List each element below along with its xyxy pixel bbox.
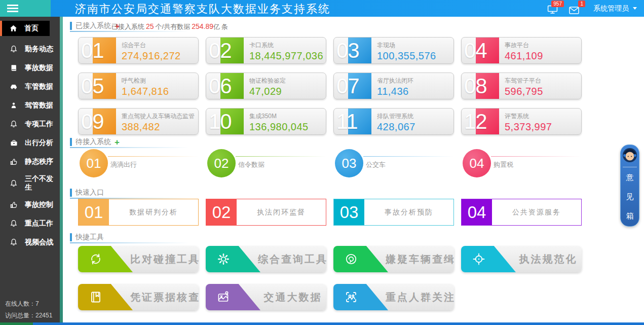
quick-entry[interactable]: 03 事故分析预防: [333, 199, 454, 226]
add-icon[interactable]: +: [115, 138, 120, 147]
tool-label: 综合查询工具: [262, 246, 323, 272]
card-value: 100,355,576: [377, 50, 451, 62]
sidebar-item-label: 首页: [24, 24, 50, 33]
quick-entry-label: 事故分析预防: [364, 199, 453, 225]
app-title: 济南市公安局交通警察支队大数据业务支持系统: [75, 2, 330, 17]
bell-icon: [9, 45, 18, 53]
system-card[interactable]: 12 评警系统 5,373,997: [461, 108, 582, 135]
sidebar-item-accident-data[interactable]: 事故数据: [0, 58, 60, 77]
feedback-box[interactable]: 意 见 箱: [620, 145, 639, 227]
card-number: 06: [209, 74, 232, 98]
bell-icon: [9, 219, 18, 228]
system-card[interactable]: 06 物证检验鉴定 47,029: [206, 73, 326, 99]
pending-system[interactable]: 01 滴滴出行: [80, 149, 200, 177]
tool-button-voucher-check[interactable]: 凭证票据核查: [78, 284, 199, 310]
card-name: 重点驾驶人及车辆动态监管: [122, 112, 196, 121]
sidebar-item-special-work[interactable]: 专项工作: [0, 115, 60, 133]
sidebar-item-key-work[interactable]: 重点工作: [0, 214, 60, 233]
card-value: 11,436: [377, 86, 451, 97]
sidebar-item-driver-data[interactable]: 驾管数据: [0, 96, 60, 115]
pending-systems-grid: 01 滴滴出行 02 信令数据 03 公交车 04 购置税: [80, 149, 583, 177]
quick-entry-label: 执法闭环监督: [237, 199, 326, 225]
quick-entry-label: 数据研判分析: [109, 199, 198, 225]
system-card[interactable]: 03 非现场 100,355,576: [333, 37, 454, 64]
tool-shape: [78, 284, 133, 310]
user-menu[interactable]: 系统管理员: [593, 0, 637, 17]
system-card[interactable]: 05 呼气检测 1,647,816: [78, 73, 199, 99]
sidebar-item-label: 重点工作: [25, 219, 56, 228]
footer-bar: [33, 322, 644, 325]
tool-button-law-standardization[interactable]: 执法规范化: [461, 246, 582, 272]
pending-system[interactable]: 02 信令数据: [207, 149, 328, 177]
card-number: 02: [209, 39, 232, 63]
pending-name: 滴滴出行: [108, 160, 200, 169]
section-tools: 快捷工具: [70, 233, 104, 242]
tool-button-traffic-big-data[interactable]: 交通大数据: [206, 284, 326, 310]
sidebar-item-travel-analysis[interactable]: 出行分析: [0, 133, 60, 152]
quick-entry[interactable]: 04 公共资源服务: [461, 199, 582, 226]
section-bar: [70, 189, 72, 197]
card-value: 428,067: [377, 121, 451, 133]
pending-system[interactable]: 03 公交车: [335, 149, 456, 177]
sidebar-item-label: 视频会战: [25, 238, 56, 247]
section-quick-entry: 快速入口: [70, 188, 104, 197]
card-name: 车驾管子平台: [505, 77, 579, 85]
visit-total: 访问总量：22451: [5, 311, 52, 320]
car-icon: [9, 83, 18, 90]
card-value: 461,109: [505, 50, 579, 62]
sidebar-item-three-no-occurrence[interactable]: 三个不发生: [0, 171, 60, 195]
tool-button-compare-collision[interactable]: 比对碰撞工具: [78, 246, 199, 272]
sidebar-item-duty-status[interactable]: 勤务动态: [0, 40, 60, 58]
tool-shape: [78, 246, 133, 272]
tool-label: 执法规范化: [518, 246, 579, 272]
mail-notifications-button[interactable]: 1: [569, 0, 579, 17]
header-actions: 957 1 系统管理员: [547, 0, 637, 17]
card-name: 集成350M: [249, 112, 324, 121]
monitor-notifications-button[interactable]: 957: [547, 0, 558, 17]
card-value: 18,445,977,036: [249, 50, 324, 62]
user-name: 系统管理员: [593, 4, 629, 13]
menu-toggle-button[interactable]: [0, 0, 51, 17]
system-card[interactable]: 07 省厅执法闭环 11,436: [333, 73, 454, 99]
card-value: 596,795: [505, 86, 579, 97]
quick-entry-label: 公共资源服务: [492, 199, 581, 225]
card-name: 评警系统: [505, 112, 579, 121]
tool-button-key-people[interactable]: 重点人群关注: [333, 284, 454, 310]
sidebar-item-video-campaign[interactable]: 视频会战: [0, 233, 60, 251]
system-card[interactable]: 10 集成350M 136,980,045: [206, 108, 326, 135]
system-card[interactable]: 09 重点驾驶人及车辆动态监管 388,482: [78, 108, 199, 135]
card-name: 物证检验鉴定: [249, 77, 324, 85]
sidebar-item-home[interactable]: 首页: [0, 21, 50, 36]
quick-entry[interactable]: 01 数据研判分析: [78, 199, 199, 226]
pending-system[interactable]: 04 购置税: [463, 149, 583, 177]
pending-name: 信令数据: [236, 160, 328, 169]
connected-stats: 已接入系统25个/共有数据254.89亿条: [111, 22, 230, 31]
online-count: 在线人数：7: [5, 300, 39, 308]
mascot-avatar-icon: [622, 148, 637, 163]
section-bar: [70, 233, 72, 241]
tool-button-suspect-vehicle[interactable]: 嫌疑车辆查缉: [333, 246, 454, 272]
system-card[interactable]: 02 卡口系统 18,445,977,036: [206, 37, 326, 64]
tool-button-integrated-query[interactable]: 综合查询工具: [206, 246, 326, 272]
sidebar-item-static-order[interactable]: 静态秩序: [0, 152, 60, 171]
system-card[interactable]: 04 事故平台 461,109: [461, 37, 582, 64]
section-bar: [70, 138, 72, 146]
divider-line: [108, 156, 198, 157]
tool-shape: [461, 246, 516, 272]
sidebar-item-label: 事故数据: [25, 63, 56, 73]
quick-entry[interactable]: 02 执法闭环监督: [206, 199, 326, 226]
card-value: 1,647,816: [122, 86, 196, 97]
system-card[interactable]: 11 排队管理系统 428,067: [333, 108, 454, 135]
sidebar-item-label: 驾管数据: [25, 101, 56, 110]
quick-entry-number: 03: [334, 199, 364, 225]
sidebar-item-vehicle-data[interactable]: 车管数据: [0, 77, 60, 96]
tool-label: 嫌疑车辆查缉: [390, 246, 451, 272]
system-card[interactable]: 08 车驾管子平台 596,795: [461, 73, 582, 99]
sidebar-item-accident-control[interactable]: 事故控制: [0, 195, 60, 214]
recycle-icon: [89, 252, 102, 266]
card-number: 09: [81, 110, 104, 134]
book-icon: [9, 64, 18, 72]
system-card[interactable]: 01 综合平台 274,916,272: [78, 37, 199, 64]
person-icon: [9, 101, 18, 110]
mail-badge: 1: [578, 1, 585, 7]
